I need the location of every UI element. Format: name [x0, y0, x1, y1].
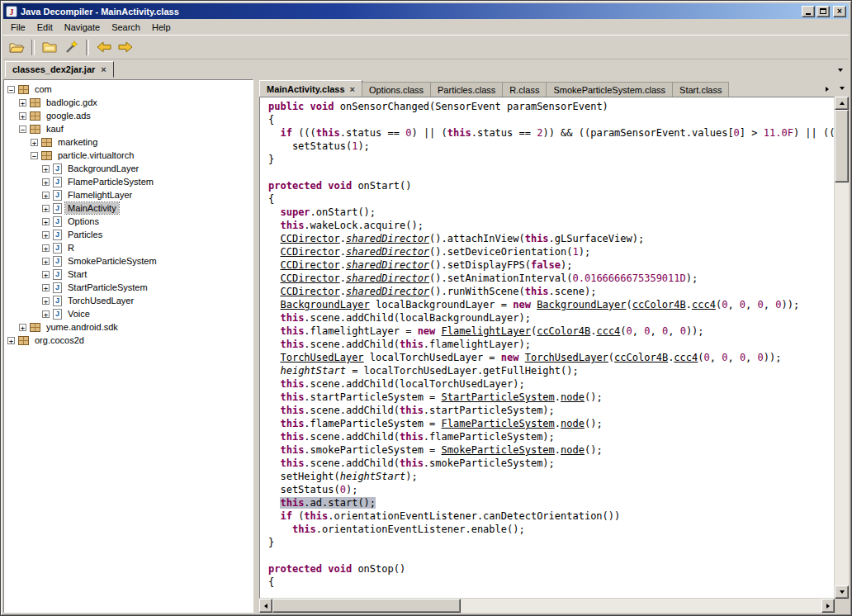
tree-item-yume-android-sdk[interactable]: +yume.android.sdk — [4, 320, 253, 334]
editor-tab-r-class[interactable]: R.class — [502, 82, 547, 97]
title-bar[interactable]: J Java Decompiler - MainActivity.class × — [3, 3, 849, 19]
editor-tab-smokeparticlesystem-class[interactable]: SmokeParticleSystem.class — [546, 82, 673, 97]
code-line: protected void onStart() — [268, 179, 834, 192]
open-file-button[interactable] — [7, 38, 26, 57]
expand-icon[interactable]: + — [7, 337, 15, 344]
collapse-icon[interactable]: − — [7, 86, 15, 93]
scroll-down-button[interactable] — [835, 585, 849, 599]
code-line: { — [268, 192, 834, 206]
expand-icon[interactable]: + — [42, 297, 50, 305]
tree-item-particles[interactable]: +JParticles — [4, 228, 253, 241]
tab-list-dropdown[interactable] — [832, 63, 849, 78]
forward-button[interactable] — [116, 38, 135, 57]
class-icon: J — [53, 203, 62, 214]
tree-item-org-cocos2d[interactable]: +org.cocos2d — [4, 334, 253, 347]
class-icon: J — [53, 282, 62, 293]
maximize-button[interactable] — [816, 6, 830, 17]
tree-item-google-ads[interactable]: +google.ads — [4, 109, 253, 122]
tree-item-options[interactable]: +JOptions — [4, 215, 253, 228]
code-line: CCDirector.sharedDirector().setDisplayFP… — [268, 258, 834, 272]
minimize-button[interactable] — [802, 6, 815, 17]
code-line: setHeight(heightStart); — [268, 470, 834, 483]
editor-tab-mainactivity-class[interactable]: MainActivity.class× — [259, 80, 362, 97]
horizontal-scrollbar[interactable] — [259, 599, 835, 613]
close-icon[interactable]: × — [101, 65, 106, 73]
expand-icon[interactable]: + — [42, 231, 50, 239]
expand-icon[interactable]: + — [19, 112, 26, 120]
close-icon[interactable]: × — [350, 85, 355, 93]
code-line: TorchUsedLayer localTorchUsedLayer = new… — [268, 351, 834, 364]
code-view[interactable]: public void onSensorChanged(SensorEvent … — [259, 97, 835, 599]
editor-tab-label: MainActivity.class — [267, 84, 345, 94]
expand-icon[interactable]: + — [19, 324, 26, 331]
expand-icon[interactable]: + — [31, 139, 38, 146]
tree-item-startparticlesystem[interactable]: +JStartParticleSystem — [4, 281, 253, 294]
menu-item-navigate[interactable]: Navigate — [59, 21, 106, 34]
class-icon: J — [53, 309, 62, 320]
menu-item-edit[interactable]: Edit — [31, 21, 59, 34]
expand-icon[interactable]: + — [19, 99, 26, 107]
expand-icon[interactable]: + — [42, 205, 50, 212]
collapse-icon[interactable]: − — [31, 152, 38, 159]
tree-item-backgroundlayer[interactable]: +JBackgroundLayer — [4, 162, 253, 175]
tree-item-start[interactable]: +JStart — [4, 268, 253, 281]
tree-item-label: google.ads — [44, 110, 93, 121]
tab-scroll-right[interactable] — [820, 82, 835, 97]
tree-item-label: particle.virtualtorch — [55, 149, 136, 161]
tree-item-marketing[interactable]: +marketing — [4, 135, 253, 149]
tree-item-voice[interactable]: +JVoice — [4, 307, 253, 320]
horizontal-scroll-track[interactable] — [272, 599, 821, 613]
editor-tab-particles-class[interactable]: Particles.class — [430, 82, 503, 97]
tree-item-torchusedlayer[interactable]: +JTorchUsedLayer — [4, 294, 253, 307]
collapse-icon[interactable]: − — [19, 126, 26, 133]
tree-item-particle-virtualtorch[interactable]: −particle.virtualtorch — [4, 149, 253, 162]
vertical-scrollbar-thumb[interactable] — [835, 110, 849, 182]
close-button[interactable]: × — [833, 6, 846, 17]
editor-tab-list-dropdown[interactable] — [835, 79, 849, 97]
back-button[interactable] — [94, 38, 114, 57]
code-line: { — [268, 113, 834, 126]
tree-item-smokeparticlesystem[interactable]: +JSmokeParticleSystem — [4, 254, 253, 268]
jar-tab[interactable]: classes_dex2jar.jar × — [5, 61, 114, 78]
expand-icon[interactable]: + — [42, 310, 50, 318]
package-icon — [30, 111, 40, 121]
expand-icon[interactable]: + — [42, 258, 50, 265]
scroll-left-button[interactable] — [259, 599, 272, 613]
package-icon — [30, 125, 40, 134]
chevron-down-icon — [840, 87, 845, 90]
tree-item-r[interactable]: +JR — [4, 241, 253, 254]
tree-item-label: Particles — [65, 229, 105, 240]
editor-tab-bar: MainActivity.class×Options.classParticle… — [259, 80, 729, 97]
tree-item-badlogic-gdx[interactable]: +badlogic.gdx — [4, 96, 253, 109]
tree-item-flamelightlayer[interactable]: +JFlamelightLayer — [4, 188, 253, 201]
tree-item-com[interactable]: −com — [4, 83, 253, 96]
menu-item-help[interactable]: Help — [146, 21, 177, 34]
scroll-up-button[interactable] — [835, 97, 849, 110]
expand-icon[interactable]: + — [42, 271, 50, 278]
code-line: this.scene.addChild(localBackgroundLayer… — [268, 311, 834, 325]
tree-item-kauf[interactable]: −kauf — [4, 122, 253, 135]
tree-item-mainactivity[interactable]: +JMainActivity — [4, 201, 253, 215]
tree-item-flameparticlesystem[interactable]: +JFlameParticleSystem — [4, 175, 253, 188]
editor-tab-options-class[interactable]: Options.class — [362, 82, 431, 97]
vertical-scrollbar[interactable] — [835, 97, 849, 599]
horizontal-scrollbar-thumb[interactable] — [272, 599, 461, 613]
editor-tab-start-class[interactable]: Start.class — [672, 82, 729, 97]
open-type-button[interactable] — [40, 38, 59, 57]
expand-icon[interactable]: + — [42, 165, 50, 173]
expand-icon[interactable]: + — [42, 244, 50, 252]
app-window: J Java Decompiler - MainActivity.class ×… — [0, 0, 852, 616]
search-button[interactable] — [61, 38, 81, 57]
expand-icon[interactable]: + — [42, 218, 50, 225]
scroll-right-button[interactable] — [821, 599, 835, 613]
expand-icon[interactable]: + — [42, 192, 50, 199]
panel-splitter[interactable] — [253, 79, 259, 613]
expand-icon[interactable]: + — [42, 284, 50, 291]
code-line: { — [268, 576, 834, 589]
menu-item-search[interactable]: Search — [106, 21, 146, 34]
vertical-scroll-track[interactable] — [835, 110, 849, 585]
expand-icon[interactable]: + — [42, 178, 50, 186]
editor-tab-label: Options.class — [369, 85, 424, 95]
code-line: if (this.orientationEventListener.canDet… — [268, 509, 834, 523]
menu-item-file[interactable]: File — [5, 21, 31, 34]
